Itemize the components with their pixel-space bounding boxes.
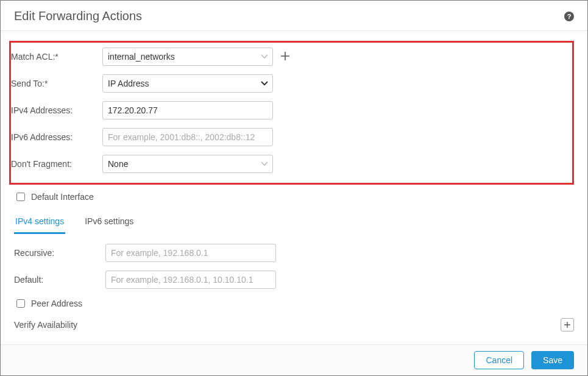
help-icon[interactable]: ? [564, 12, 574, 21]
label-dont-fragment: Don't Fragment: [11, 159, 102, 169]
row-default: Default: [14, 271, 574, 289]
save-button[interactable]: Save [531, 351, 574, 369]
label-default: Default: [14, 275, 105, 285]
row-ipv6-addresses: IPv6 Addresses: [11, 128, 567, 146]
checkbox-peer-address[interactable] [16, 299, 25, 308]
highlighted-section: Match ACL:* internal_networks Sen [9, 41, 574, 185]
dialog-title: Edit Forwarding Actions [14, 9, 142, 23]
row-peer-address: Peer Address [14, 297, 574, 310]
select-match-acl[interactable]: internal_networks [102, 48, 273, 66]
input-ipv4-addresses[interactable] [102, 101, 273, 119]
select-send-to-value: IP Address [108, 79, 149, 88]
label-recursive: Recursive: [14, 248, 105, 258]
row-recursive: Recursive: [14, 244, 574, 262]
select-match-acl-value: internal_networks [108, 52, 175, 62]
select-send-to[interactable]: IP Address [102, 74, 273, 93]
tab-ipv4-settings[interactable]: IPv4 settings [14, 211, 65, 234]
row-verify-availability: Verify Availability [14, 318, 574, 332]
row-match-acl: Match ACL:* internal_networks [11, 48, 567, 66]
label-ipv6-addresses: IPv6 Addresses: [11, 132, 102, 142]
add-acl-button[interactable] [279, 51, 291, 63]
label-verify-availability: Verify Availability [14, 320, 77, 330]
checkbox-default-interface[interactable] [16, 193, 25, 201]
label-match-acl: Match ACL:* [11, 52, 102, 62]
row-default-interface: Default Interface [14, 191, 574, 203]
label-default-interface: Default Interface [31, 192, 94, 202]
add-verify-button[interactable] [561, 318, 574, 332]
tab-ipv6-settings[interactable]: IPv6 settings [83, 211, 135, 234]
row-send-to: Send To:* IP Address [11, 74, 567, 93]
dialog-edit-forwarding-actions: Edit Forwarding Actions ? Match ACL:* in… [0, 0, 588, 376]
label-send-to: Send To:* [11, 79, 102, 88]
cancel-button[interactable]: Cancel [474, 351, 524, 369]
label-peer-address: Peer Address [31, 299, 82, 308]
input-recursive[interactable] [105, 244, 276, 262]
dialog-body[interactable]: Match ACL:* internal_networks Sen [1, 31, 587, 344]
select-dont-fragment[interactable]: None [102, 155, 273, 173]
select-dont-fragment-value: None [108, 159, 128, 169]
dialog-footer: Cancel Save [1, 344, 587, 375]
input-default[interactable] [105, 271, 276, 289]
input-ipv6-addresses[interactable] [102, 128, 273, 146]
row-ipv4-addresses: IPv4 Addresses: [11, 101, 567, 119]
row-dont-fragment: Don't Fragment: None [11, 155, 567, 173]
settings-tabs: IPv4 settings IPv6 settings [14, 211, 574, 234]
label-ipv4-addresses: IPv4 Addresses: [11, 105, 102, 115]
dialog-body-inner: Match ACL:* internal_networks Sen [1, 31, 587, 341]
titlebar: Edit Forwarding Actions ? [1, 1, 587, 31]
